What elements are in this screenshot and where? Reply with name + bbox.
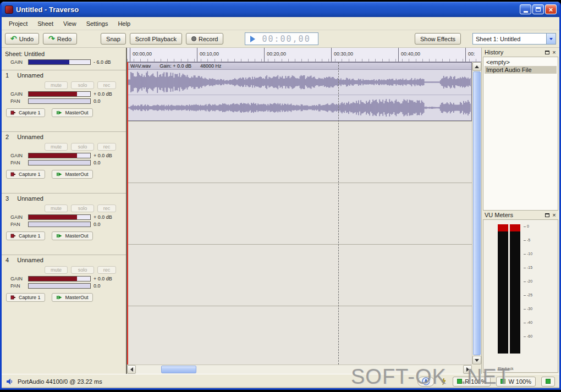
input-bus-button[interactable]: Capture 1 xyxy=(6,231,45,240)
close-button[interactable]: × xyxy=(545,4,557,14)
menu-help[interactable]: Help xyxy=(113,19,135,29)
lane-track-2[interactable] xyxy=(127,121,472,183)
scroll-playback-button[interactable]: Scroll Playback xyxy=(130,33,182,45)
gain-label: GAIN xyxy=(10,214,28,220)
pan-slider[interactable] xyxy=(28,283,91,289)
gain-slider[interactable] xyxy=(28,276,91,281)
input-bus-label: Capture 1 xyxy=(19,295,41,300)
solo-button[interactable]: solo xyxy=(71,205,94,212)
gain-slider[interactable] xyxy=(28,153,91,158)
history-item[interactable]: Import Audio File xyxy=(485,66,557,74)
lane-track-1[interactable]: WAV.wav Gain: + 0.0 dB 48000 Hz xyxy=(127,62,472,121)
horizontal-scroll-thumb[interactable] xyxy=(161,366,196,373)
horizontal-scrollbar[interactable] xyxy=(127,365,472,374)
lane-track-4[interactable] xyxy=(127,244,472,306)
rec-button[interactable]: rec xyxy=(97,143,116,151)
history-close-button[interactable]: × xyxy=(551,49,558,56)
history-float-button[interactable] xyxy=(543,49,551,56)
mute-button[interactable]: mute xyxy=(45,81,68,89)
read-status-icon xyxy=(457,379,462,384)
master-out-icon xyxy=(56,172,63,177)
vertical-scroll-thumb[interactable] xyxy=(473,71,481,355)
horizontal-scroll-track[interactable] xyxy=(136,365,463,374)
scroll-up-button[interactable] xyxy=(472,62,481,71)
scroll-right-button[interactable] xyxy=(463,365,472,374)
vu-panel-header: VU Meters × xyxy=(482,211,559,219)
track-name[interactable]: 4 Unnamed xyxy=(2,257,126,263)
sheet-selector[interactable]: Sheet 1: Untitled xyxy=(472,33,556,45)
combo-dropdown-button[interactable] xyxy=(546,34,556,44)
hscroll-row xyxy=(127,365,481,374)
gain-slider[interactable] xyxy=(28,214,91,220)
cpu-status-icon xyxy=(546,379,551,384)
vu-scale-label: -20 xyxy=(524,279,539,283)
input-bus-button[interactable]: Capture 1 xyxy=(6,293,45,302)
menu-project[interactable]: Project xyxy=(4,19,32,29)
mute-button[interactable]: mute xyxy=(45,143,68,151)
redo-button[interactable]: ↷ Redo xyxy=(43,33,77,45)
undo-button[interactable]: ↶ Undo xyxy=(5,33,39,45)
gain-value: + 0.0 dB xyxy=(94,153,112,158)
input-bus-button[interactable]: Capture 1 xyxy=(6,170,45,179)
history-panel-title: History xyxy=(485,49,543,56)
rec-button[interactable]: rec xyxy=(97,266,116,274)
timeline-ruler[interactable]: 00:00,0000:10,0000:20,0000:30,0000:40,00… xyxy=(127,48,481,62)
menu-sheet[interactable]: Sheet xyxy=(32,19,58,29)
minimize-button[interactable] xyxy=(520,4,531,14)
gain-slider[interactable] xyxy=(28,91,91,97)
mute-button[interactable]: mute xyxy=(45,266,68,274)
disk-write-button[interactable]: W 100% xyxy=(496,377,536,387)
solo-button[interactable]: solo xyxy=(71,143,94,151)
record-button[interactable]: Record xyxy=(186,33,223,45)
menu-settings[interactable]: Settings xyxy=(81,19,113,29)
track-name[interactable]: 2 Unnamed xyxy=(2,134,126,140)
show-effects-button[interactable]: Show Effects xyxy=(415,33,461,45)
pan-slider[interactable] xyxy=(28,160,91,165)
rec-button[interactable]: rec xyxy=(97,81,116,89)
rec-button[interactable]: rec xyxy=(97,205,116,212)
vu-float-button[interactable] xyxy=(543,212,551,219)
output-bus-button[interactable]: MasterOut xyxy=(52,293,93,302)
titlebar[interactable]: Untitled - Traverso × xyxy=(2,2,559,17)
disk-read-button[interactable]: R 100% xyxy=(453,377,491,387)
lane-track-3[interactable] xyxy=(127,183,472,244)
snap-button[interactable]: Snap xyxy=(101,33,126,45)
ruler-tick-label: 00: xyxy=(468,51,475,57)
scroll-left-button[interactable] xyxy=(127,365,136,374)
cpu-load-button[interactable] xyxy=(541,377,555,387)
power-jack-icon[interactable] xyxy=(440,378,447,385)
capture-icon xyxy=(10,233,16,239)
vu-close-button[interactable]: × xyxy=(551,212,558,219)
menu-view[interactable]: View xyxy=(58,19,81,29)
mute-button[interactable]: mute xyxy=(45,205,68,212)
track-name[interactable]: 1 Unnamed xyxy=(2,72,126,79)
history-item[interactable]: <empty> xyxy=(485,58,557,66)
track-name[interactable]: 3 Unnamed xyxy=(2,195,126,202)
output-bus-button[interactable]: MasterOut xyxy=(52,170,93,179)
sheet-gain-slider[interactable] xyxy=(28,59,91,65)
audio-clip[interactable]: WAV.wav Gain: + 0.0 dB 48000 Hz xyxy=(127,62,472,121)
clip-header[interactable]: WAV.wav Gain: + 0.0 dB 48000 Hz xyxy=(128,63,471,70)
ruler-tick-label: 00:30,00 xyxy=(334,51,353,57)
microphone-icon xyxy=(422,377,430,385)
track-header: 2 Unnamed mute solo rec GAIN + 0.0 dB PA… xyxy=(2,131,126,193)
input-monitor-button[interactable] xyxy=(417,377,435,387)
vu-scale-label: 0 xyxy=(524,224,539,228)
solo-button[interactable]: solo xyxy=(71,266,94,274)
maximize-button[interactable] xyxy=(532,4,544,14)
pan-slider[interactable] xyxy=(28,222,91,227)
float-icon xyxy=(545,213,549,217)
pan-slider[interactable] xyxy=(28,98,91,104)
input-bus-button[interactable]: Capture 1 xyxy=(6,108,45,117)
waveform-right-channel xyxy=(128,95,471,120)
scroll-down-button[interactable] xyxy=(472,356,481,365)
vertical-scrollbar[interactable] xyxy=(472,62,481,365)
track-lanes[interactable]: WAV.wav Gain: + 0.0 dB 48000 Hz xyxy=(127,62,472,365)
track-io-row: Capture 1 MasterOut xyxy=(6,108,126,117)
output-bus-button[interactable]: MasterOut xyxy=(52,108,93,117)
vu-meter-left xyxy=(498,224,508,354)
output-bus-button[interactable]: MasterOut xyxy=(52,231,93,240)
output-bus-label: MasterOut xyxy=(65,295,89,300)
track-toggle-buttons: mute solo rec xyxy=(45,81,126,89)
solo-button[interactable]: solo xyxy=(71,81,94,89)
